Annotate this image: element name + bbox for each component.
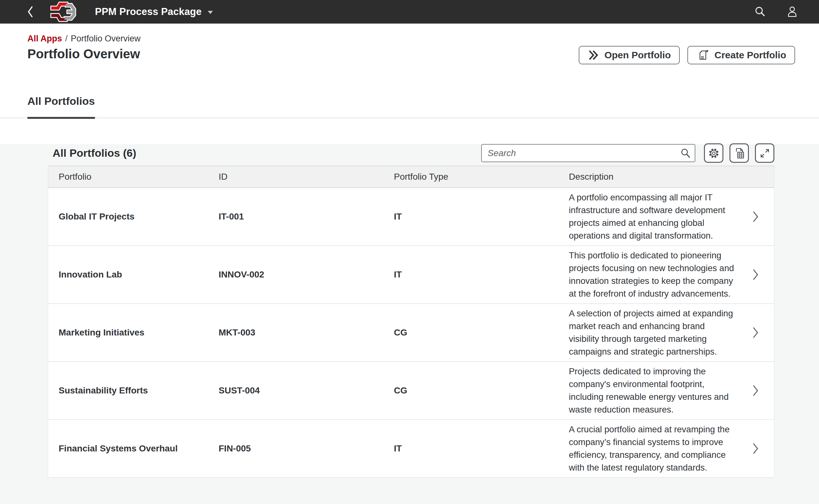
document-star-icon — [696, 48, 710, 62]
user-profile-button[interactable] — [785, 5, 799, 19]
cell-portfolio: Marketing Initiatives — [48, 304, 219, 361]
cell-id: MKT-003 — [219, 304, 394, 361]
table-row[interactable]: Marketing Initiatives MKT-003 CG A selec… — [48, 304, 774, 362]
export-spreadsheet-button[interactable] — [729, 143, 749, 163]
double-chevron-right-icon — [588, 49, 600, 61]
spreadsheet-export-icon — [733, 147, 746, 160]
global-search-button[interactable] — [753, 5, 767, 18]
table-header-row: Portfolio ID Portfolio Type Description — [48, 166, 774, 188]
tab-strip: All Portfolios — [0, 95, 819, 118]
column-header-id: ID — [219, 166, 394, 187]
cell-type: IT — [394, 420, 569, 477]
cell-description: A portfolio encompassing all major IT in… — [569, 188, 737, 245]
chevron-right-icon[interactable] — [737, 188, 774, 245]
cell-description: This portfolio is dedicated to pioneerin… — [569, 246, 737, 303]
caret-down-icon — [207, 11, 213, 14]
back-button[interactable] — [25, 5, 35, 19]
cell-description: Projects dedicated to improving the comp… — [569, 362, 737, 419]
tab-all-portfolios[interactable]: All Portfolios — [27, 95, 95, 118]
cell-id: FIN-005 — [219, 420, 394, 477]
cell-portfolio: Financial Systems Overhaul — [48, 420, 219, 477]
chevron-right-icon[interactable] — [737, 304, 774, 361]
open-portfolio-button[interactable]: Open Portfolio — [579, 46, 680, 64]
chevron-right-icon[interactable] — [737, 420, 774, 477]
create-portfolio-button[interactable]: Create Portfolio — [687, 46, 795, 64]
app-title-menu[interactable]: PPM Process Package — [95, 6, 213, 18]
person-icon — [785, 5, 799, 19]
column-header-portfolio: Portfolio — [48, 166, 219, 187]
cell-type: IT — [394, 188, 569, 245]
table-search — [481, 144, 695, 162]
company-logo — [49, 1, 81, 22]
cell-id: INNOV-002 — [219, 246, 394, 303]
cell-type: IT — [394, 246, 569, 303]
column-header-description: Description — [569, 166, 737, 187]
cell-portfolio: Innovation Lab — [48, 246, 219, 303]
topbar: PPM Process Package — [0, 0, 819, 24]
chevron-left-icon — [25, 5, 35, 19]
chevron-right-icon[interactable] — [737, 362, 774, 419]
column-header-type: Portfolio Type — [394, 166, 569, 187]
cell-portfolio: Global IT Projects — [48, 188, 219, 245]
breadcrumb-separator: / — [65, 34, 68, 44]
search-icon[interactable] — [679, 147, 692, 159]
breadcrumb-current: Portfolio Overview — [71, 34, 141, 44]
fullscreen-button[interactable] — [755, 143, 774, 163]
table-row[interactable]: Financial Systems Overhaul FIN-005 IT A … — [48, 420, 774, 478]
cell-id: IT-001 — [219, 188, 394, 245]
table-title: All Portfolios (6) — [48, 147, 481, 159]
app-title: PPM Process Package — [95, 6, 202, 18]
portfolios-table: Portfolio ID Portfolio Type Description … — [48, 166, 774, 478]
cell-portfolio: Sustainability Efforts — [48, 362, 219, 419]
table-settings-button[interactable] — [704, 143, 723, 163]
breadcrumb-all-apps-link[interactable]: All Apps — [27, 34, 62, 44]
cell-id: SUST-004 — [219, 362, 394, 419]
open-portfolio-label: Open Portfolio — [605, 50, 671, 61]
search-icon — [753, 5, 767, 18]
create-portfolio-label: Create Portfolio — [714, 50, 786, 61]
breadcrumb: All Apps / Portfolio Overview — [27, 24, 795, 44]
chevron-right-icon[interactable] — [737, 246, 774, 303]
table-toolbar: All Portfolios (6) — [48, 144, 774, 162]
header-actions: Open Portfolio Create Portfolio — [579, 46, 795, 64]
gear-icon — [707, 147, 720, 160]
table-row[interactable]: Global IT Projects IT-001 IT A portfolio… — [48, 188, 774, 246]
cell-description: A selection of projects aimed at expandi… — [569, 304, 737, 361]
content-area: All Portfolios (6) — [0, 144, 819, 504]
page-header: All Apps / Portfolio Overview Portfolio … — [0, 24, 819, 118]
table-row[interactable]: Sustainability Efforts SUST-004 CG Proje… — [48, 362, 774, 420]
cell-description: A crucial portfolio aimed at revamping t… — [569, 420, 737, 477]
cell-type: CG — [394, 304, 569, 361]
cell-type: CG — [394, 362, 569, 419]
table-search-input[interactable] — [481, 144, 695, 162]
expand-icon — [758, 147, 771, 160]
table-row[interactable]: Innovation Lab INNOV-002 IT This portfol… — [48, 246, 774, 304]
